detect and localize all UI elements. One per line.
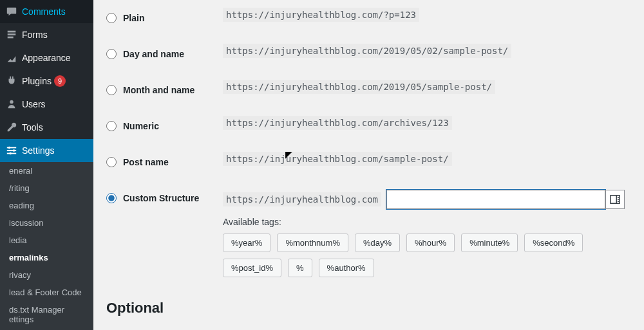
comments-icon	[5, 5, 18, 18]
svg-rect-0	[8, 31, 16, 33]
sidebar-item-comments[interactable]: Comments	[0, 0, 93, 23]
tag-year[interactable]: %year%	[223, 234, 270, 252]
menu-label: Users	[22, 99, 46, 109]
users-icon	[5, 98, 18, 111]
admin-sidebar: Comments Forms Appearance Plugins 9 User…	[0, 0, 93, 330]
available-tags-label: Available tags:	[223, 217, 625, 227]
tools-icon	[5, 121, 18, 134]
tag-day[interactable]: %day%	[355, 234, 400, 252]
section-optional-heading: Optional	[106, 300, 631, 316]
submenu-reading[interactable]: eading	[0, 197, 93, 214]
radio-label: Plain	[123, 13, 144, 23]
radio-month-name-input[interactable]	[106, 85, 117, 95]
menu-label: Tools	[22, 122, 43, 133]
radio-numeric[interactable]: Numeric	[106, 121, 210, 131]
settings-icon	[5, 144, 18, 157]
sidebar-item-plugins[interactable]: Plugins 9	[0, 69, 93, 93]
menu-label: Plugins	[22, 76, 52, 86]
submenu-general[interactable]: eneral	[0, 162, 93, 179]
radio-post-name-input[interactable]	[106, 157, 117, 167]
svg-rect-2	[8, 37, 14, 39]
appearance-icon	[5, 51, 18, 64]
svg-point-8	[13, 149, 15, 152]
sidebar-item-users[interactable]: Users	[0, 93, 93, 116]
option-row-custom: Custom Structure https://injuryhealthblo…	[106, 180, 631, 287]
svg-point-9	[9, 152, 12, 155]
radio-plain[interactable]: Plain	[106, 13, 210, 23]
submenu-writing[interactable]: /riting	[0, 179, 93, 197]
tag-hour[interactable]: %hour%	[406, 234, 455, 252]
example-month-name: https://injuryhealthblog.com/2019/05/sam…	[223, 80, 495, 94]
radio-label: Month and name	[123, 85, 194, 95]
option-row-month-name: Month and name https://injuryhealthblog.…	[106, 72, 631, 108]
custom-structure-input[interactable]	[386, 190, 605, 209]
custom-url-prefix: https://injuryhealthblog.com	[223, 192, 381, 206]
example-numeric: https://injuryhealthblog.com/archives/12…	[223, 116, 452, 130]
sidebar-item-settings[interactable]: Settings	[0, 139, 93, 162]
menu-label: Settings	[22, 145, 55, 156]
radio-custom[interactable]: Custom Structure	[106, 193, 210, 203]
svg-point-3	[10, 100, 13, 104]
example-day-name: https://injuryhealthblog.com/2019/05/02/…	[223, 44, 511, 58]
submenu-media[interactable]: ledia	[0, 232, 93, 249]
radio-custom-input[interactable]	[106, 193, 117, 203]
radio-day-name-input[interactable]	[106, 49, 117, 59]
sidebar-item-appearance[interactable]: Appearance	[0, 46, 93, 69]
tag-author[interactable]: %author%	[319, 259, 374, 277]
tag-partial[interactable]: %	[288, 259, 312, 277]
radio-plain-input[interactable]	[106, 13, 117, 23]
tag-monthnum[interactable]: %monthnum%	[277, 234, 348, 252]
sidebar-item-tools[interactable]: Tools	[0, 116, 93, 139]
tag-minute[interactable]: %minute%	[461, 234, 518, 252]
radio-label: Numeric	[123, 121, 159, 131]
radio-post-name[interactable]: Post name	[106, 157, 210, 167]
submenu-permalinks[interactable]: ermalinks	[0, 249, 93, 266]
radio-day-name[interactable]: Day and name	[106, 49, 210, 59]
available-tags: %year% %monthnum% %day% %hour% %minute% …	[223, 234, 625, 277]
example-plain: https://injuryhealthblog.com/?p=123	[223, 8, 419, 22]
radio-month-name[interactable]: Month and name	[106, 85, 210, 95]
option-row-post-name: Post name https://injuryhealthblog.com/s…	[106, 144, 631, 180]
submenu-head-footer[interactable]: lead & Footer Code	[0, 284, 93, 301]
main-content: Plain https://injuryhealthblog.com/?p=12…	[93, 0, 644, 330]
forms-icon	[5, 28, 18, 41]
menu-label: Comments	[22, 6, 66, 17]
permalink-options-table: Plain https://injuryhealthblog.com/?p=12…	[106, 0, 631, 287]
tag-second[interactable]: %second%	[524, 234, 583, 252]
radio-label: Custom Structure	[123, 193, 199, 203]
radio-label: Post name	[123, 157, 169, 167]
menu-label: Appearance	[22, 53, 71, 63]
svg-rect-1	[8, 33, 16, 35]
submenu-privacy[interactable]: rivacy	[0, 266, 93, 284]
option-row-day-name: Day and name https://injuryhealthblog.co…	[106, 36, 631, 72]
option-row-plain: Plain https://injuryhealthblog.com/?p=12…	[106, 0, 631, 36]
plugins-icon	[5, 75, 18, 87]
svg-point-7	[8, 147, 11, 149]
example-post-name: https://injuryhealthblog.com/sample-post…	[223, 152, 452, 166]
radio-numeric-input[interactable]	[106, 121, 117, 131]
settings-submenu: eneral /riting eading iscussion ledia er…	[0, 162, 93, 330]
plugin-update-badge: 9	[54, 75, 66, 87]
radio-label: Day and name	[123, 49, 184, 59]
submenu-adstxt[interactable]: ds.txt Manager ettings	[0, 301, 93, 328]
menu-label: Forms	[22, 30, 48, 40]
input-suffix-icon	[605, 190, 625, 209]
submenu-discussion[interactable]: iscussion	[0, 214, 93, 232]
option-row-numeric: Numeric https://injuryhealthblog.com/arc…	[106, 108, 631, 144]
tag-postid[interactable]: %post_id%	[223, 259, 281, 277]
sidebar-item-forms[interactable]: Forms	[0, 23, 93, 46]
